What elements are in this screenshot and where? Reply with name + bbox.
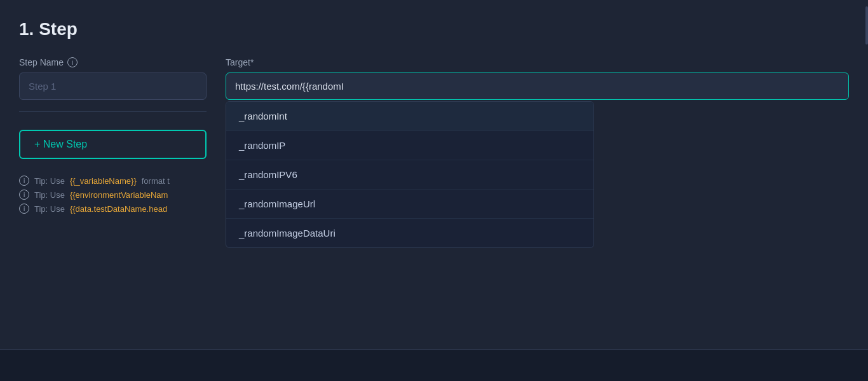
autocomplete-dropdown: _randomInt _randomIP _randomIPV6 _random…	[226, 101, 594, 248]
dropdown-item-2[interactable]: _randomIPV6	[226, 160, 594, 190]
form-row: Step Name i + New Step i Tip: Use {{_var…	[19, 57, 849, 214]
main-container: 1. Step Step Name i + New Step i Tip: Us…	[0, 0, 868, 239]
tip1-info-icon: i	[19, 176, 29, 186]
scrollbar[interactable]	[865, 0, 868, 381]
tip3-info-icon: i	[19, 204, 29, 214]
scrollbar-thumb[interactable]	[865, 6, 868, 45]
new-step-button[interactable]: + New Step	[19, 130, 207, 159]
tip2-info-icon: i	[19, 190, 29, 200]
step-name-label: Step Name i	[19, 57, 207, 67]
tip-row-3: i Tip: Use {{data.testDataName.head	[19, 204, 207, 214]
target-label: Target*	[226, 57, 849, 67]
divider	[19, 111, 207, 112]
tip-row-2: i Tip: Use {{environmentVariableNam	[19, 190, 207, 200]
dropdown-item-1[interactable]: _randomIP	[226, 131, 594, 160]
dropdown-item-0[interactable]: _randomInt	[226, 102, 594, 131]
target-group: Target* _randomInt _randomIP _randomIPV6…	[226, 57, 849, 100]
dropdown-item-3[interactable]: _randomImageUrl	[226, 190, 594, 219]
bottom-bar	[0, 349, 868, 381]
step-name-group: Step Name i + New Step i Tip: Use {{_var…	[19, 57, 207, 214]
target-input[interactable]	[226, 73, 849, 100]
tips-section: i Tip: Use {{_variableName}} format t i …	[19, 176, 207, 214]
tip-row-1: i Tip: Use {{_variableName}} format t	[19, 176, 207, 186]
page-title: 1. Step	[19, 19, 849, 39]
step-name-info-icon[interactable]: i	[67, 57, 78, 67]
dropdown-list: _randomInt _randomIP _randomIPV6 _random…	[226, 102, 594, 247]
step-name-input[interactable]	[19, 73, 207, 100]
dropdown-item-4[interactable]: _randomImageDataUri	[226, 219, 594, 247]
